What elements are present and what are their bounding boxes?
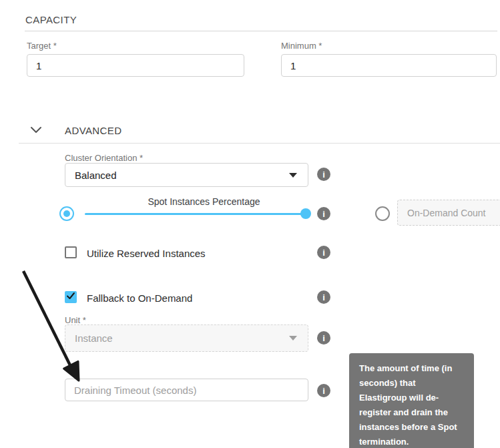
cluster-orientation-value: Balanced <box>75 170 117 181</box>
on-demand-count-radio[interactable] <box>375 206 390 221</box>
fallback-on-demand-label: Fallback to On-Demand <box>87 292 192 304</box>
caret-down-icon <box>289 173 297 178</box>
spot-percentage-slider-track[interactable] <box>85 213 306 215</box>
draining-timeout-tooltip: The amount of time (in seconds) that Ela… <box>349 353 474 448</box>
draining-timeout-info-icon[interactable]: i <box>317 384 330 397</box>
capacity-divider <box>25 31 497 31</box>
spot-percentage-label: Spot Instances Percentage <box>93 196 314 207</box>
chevron-down-icon <box>30 125 42 136</box>
target-field-label: Target * <box>27 41 57 51</box>
utilize-reserved-label: Utilize Reserved Instances <box>87 248 206 259</box>
advanced-divider <box>19 143 500 144</box>
utilize-reserved-checkbox[interactable] <box>65 246 77 258</box>
radio-dot <box>63 210 70 217</box>
spot-percentage-info-icon[interactable]: i <box>317 207 330 220</box>
cluster-orientation-info-icon[interactable]: i <box>317 168 330 181</box>
target-input[interactable] <box>27 54 244 77</box>
fallback-on-demand-info-icon[interactable]: i <box>317 290 330 304</box>
spot-percentage-slider-thumb[interactable] <box>300 208 311 219</box>
capacity-section-title: CAPACITY <box>25 14 77 25</box>
advanced-collapse-toggle[interactable] <box>30 125 42 133</box>
unit-info-icon[interactable]: i <box>317 331 330 345</box>
on-demand-count-input: On-Demand Count <box>397 200 500 226</box>
fallback-on-demand-checkbox[interactable] <box>65 291 77 303</box>
unit-value: Instance <box>75 332 113 344</box>
minimum-input[interactable] <box>281 54 497 77</box>
spot-percentage-radio[interactable] <box>59 206 74 221</box>
unit-select: Instance <box>65 324 308 352</box>
caret-down-icon <box>289 336 297 341</box>
advanced-section-title: ADVANCED <box>65 125 121 136</box>
cluster-orientation-label: Cluster Orientation * <box>65 153 143 163</box>
unit-field-label: Unit * <box>65 315 86 325</box>
draining-timeout-input[interactable] <box>65 379 308 401</box>
checkmark-icon <box>65 290 76 304</box>
capacity-settings-panel: CAPACITY Target * Minimum * ADVANCED Clu… <box>0 0 500 448</box>
minimum-field-label: Minimum * <box>281 41 322 51</box>
cluster-orientation-select[interactable]: Balanced <box>65 163 308 187</box>
utilize-reserved-info-icon[interactable]: i <box>317 246 330 259</box>
